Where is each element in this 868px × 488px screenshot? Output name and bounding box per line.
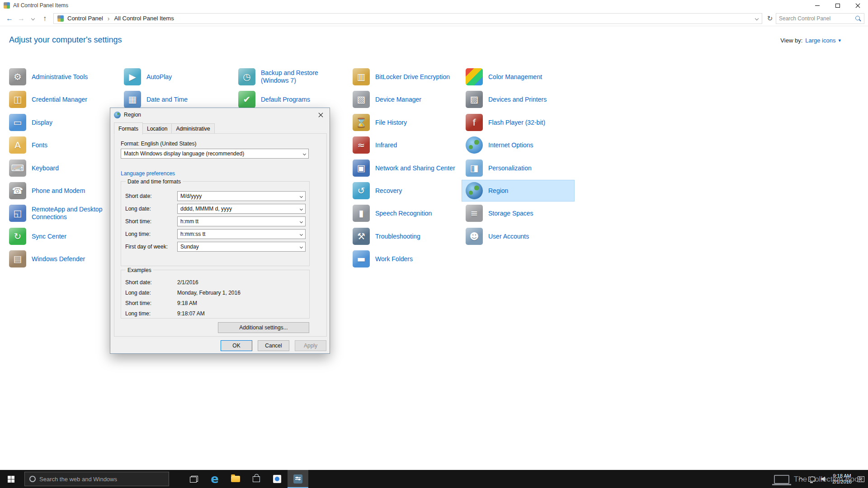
icon-glyph: ≡ (471, 209, 478, 218)
control-panel-icon[interactable] (288, 470, 308, 488)
cp-item-internet-options[interactable]: Internet Options (462, 135, 574, 155)
cp-item-phone-and-modem[interactable]: ☎Phone and Modem (5, 180, 118, 201)
cp-item-keyboard[interactable]: ⌨Keyboard (5, 158, 118, 178)
cp-item-label: Keyboard (32, 164, 59, 172)
remoteapp-and-desktop-connections-icon: ◱ (9, 205, 26, 222)
example-row-long-time: Long time:9:18:07 AM (125, 310, 306, 319)
icon-glyph: ↻ (14, 232, 22, 241)
dialog-close-button[interactable] (311, 108, 330, 122)
show-hidden-icons-chevron[interactable] (799, 478, 803, 482)
task-view-icon[interactable] (184, 470, 204, 488)
cp-item-network-and-sharing-center[interactable]: ▣Network and Sharing Center (349, 158, 461, 178)
cp-item-label: Date and Time (146, 96, 188, 103)
volume-tray-icon[interactable] (821, 476, 826, 482)
cp-item-remoteapp-and-desktop-connections[interactable]: ◱RemoteApp and Desktop Connections (5, 203, 118, 224)
cp-item-flash-player-32-bit[interactable]: fFlash Player (32-bit) (462, 112, 574, 133)
taskbar: e 9:18 AM 2/1/2016 (0, 470, 868, 488)
taskbar-clock[interactable]: 9:18 AM 2/1/2016 (832, 473, 852, 485)
cp-item-bitlocker-drive-encryption[interactable]: ▥BitLocker Drive Encryption (349, 66, 461, 87)
chevron-down-icon (300, 149, 308, 158)
cp-item-label: Display (32, 119, 52, 127)
taskbar-searchbox[interactable] (24, 472, 169, 486)
cp-item-label: RemoteApp and Desktop Connections (32, 206, 114, 221)
short-time-combobox[interactable]: h:mm tt (177, 216, 306, 226)
cp-item-backup-and-restore-windows-7[interactable]: ◷Backup and Restore (Windows 7) (235, 66, 347, 87)
example-row-short-time: Short time:9:18 AM (125, 300, 306, 308)
short-time-example-label: Short time: (125, 300, 151, 306)
cp-item-user-accounts[interactable]: ☻User Accounts (462, 226, 574, 247)
short-date-example-value: 2/1/2016 (177, 279, 198, 286)
store-icon[interactable] (246, 470, 267, 488)
start-button[interactable] (0, 470, 22, 488)
short-date-combobox[interactable]: M/d/yyyy (177, 191, 306, 201)
cp-item-fonts[interactable]: AFonts (5, 135, 118, 155)
file-explorer-icon[interactable] (225, 470, 246, 488)
long-date-combobox[interactable]: dddd, MMMM d, yyyy (177, 204, 306, 214)
infrared-icon: ≈ (353, 136, 370, 154)
cp-item-display[interactable]: ▭Display (5, 112, 118, 133)
troubleshooting-icon: ⚒ (353, 228, 370, 245)
cortana-icon (29, 476, 36, 482)
language-preferences-link[interactable]: Language preferences (121, 170, 175, 177)
cp-item-autoplay[interactable]: ▶AutoPlay (120, 66, 232, 87)
example-rows: Short date:2/1/2016Long date:Monday, Feb… (125, 279, 306, 320)
cp-item-label: Work Folders (375, 255, 413, 263)
ok-button[interactable]: OK (221, 340, 252, 351)
cp-item-personalization[interactable]: ◨Personalization (462, 158, 574, 178)
first-day-of-week-combobox[interactable]: Sunday (177, 242, 306, 252)
cp-item-sync-center[interactable]: ↻Sync Center (5, 226, 118, 247)
edge-icon[interactable]: e (204, 470, 225, 488)
cp-item-credential-manager[interactable]: ◫Credential Manager (5, 89, 118, 110)
apply-button[interactable]: Apply (295, 340, 326, 351)
combobox-value: Sunday (178, 244, 297, 250)
taskbar-search-input[interactable] (39, 476, 164, 483)
cp-item-infrared[interactable]: ≈Infrared (349, 135, 461, 155)
chevron-down-icon (297, 204, 305, 213)
color-management-icon (466, 68, 483, 85)
cp-item-administrative-tools[interactable]: ⚙Administrative Tools (5, 66, 118, 87)
cp-item-speech-recognition[interactable]: ▮Speech Recognition (349, 203, 461, 224)
cp-item-date-and-time[interactable]: ▦Date and Time (120, 89, 232, 110)
recovery-icon: ↺ (353, 182, 370, 199)
cp-item-label: Fonts (32, 141, 47, 149)
cp-item-label: Credential Manager (32, 96, 87, 103)
long-time-combobox[interactable]: h:mm:ss tt (177, 229, 306, 239)
file-history-icon: ⌛ (353, 114, 370, 131)
format-combobox[interactable]: Match Windows display language (recommen… (121, 149, 309, 159)
clock-date: 2/1/2016 (832, 479, 852, 485)
action-center-icon[interactable] (858, 476, 864, 482)
user-accounts-icon: ☻ (466, 228, 483, 245)
tab-formats[interactable]: Formats (114, 122, 143, 135)
cp-item-label: Administrative Tools (32, 73, 88, 81)
cp-item-work-folders[interactable]: ▬Work Folders (349, 249, 461, 269)
format-row-long-date: Long date:dddd, MMMM d, yyyy (125, 204, 306, 214)
cp-item-recovery[interactable]: ↺Recovery (349, 180, 461, 201)
cp-item-device-manager[interactable]: ▧Device Manager (349, 89, 461, 110)
cp-item-default-programs[interactable]: ✔Default Programs (235, 89, 347, 110)
flash-player-32-bit-icon: f (466, 114, 483, 131)
chevron-down-icon (297, 217, 305, 226)
network-and-sharing-center-icon: ▣ (353, 160, 370, 177)
bitlocker-drive-encryption-icon: ▥ (353, 68, 370, 85)
app-icon[interactable] (267, 470, 288, 488)
short-time-label: Short time: (125, 218, 151, 225)
cp-item-region[interactable]: Region (462, 180, 574, 201)
cp-item-file-history[interactable]: ⌛File History (349, 112, 461, 133)
system-tray: 9:18 AM 2/1/2016 (799, 470, 868, 488)
icon-glyph: ☎ (12, 186, 24, 195)
cp-item-windows-defender[interactable]: ▤Windows Defender (5, 249, 118, 269)
additional-settings-button[interactable]: Additional settings... (218, 322, 309, 333)
cp-item-troubleshooting[interactable]: ⚒Troubleshooting (349, 226, 461, 247)
chevron-down-icon (297, 230, 305, 239)
cp-item-label: User Accounts (488, 233, 529, 240)
cp-item-color-management[interactable]: Color Management (462, 66, 574, 87)
short-date-example-label: Short date: (125, 279, 152, 286)
cancel-button[interactable]: Cancel (258, 340, 289, 351)
display-icon: ▭ (9, 114, 26, 131)
cp-item-label: Devices and Printers (488, 96, 547, 103)
cp-item-devices-and-printers[interactable]: ▨Devices and Printers (462, 89, 574, 110)
network-tray-icon[interactable] (808, 477, 815, 482)
cp-item-label: AutoPlay (146, 73, 172, 81)
cp-item-label: Device Manager (375, 96, 421, 103)
cp-item-storage-spaces[interactable]: ≡Storage Spaces (462, 203, 574, 224)
